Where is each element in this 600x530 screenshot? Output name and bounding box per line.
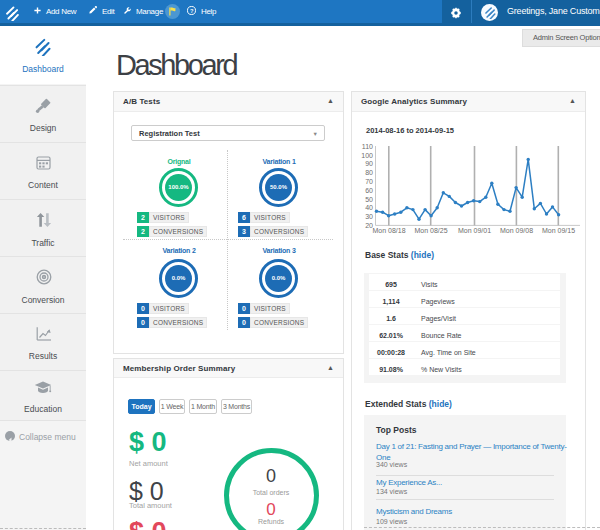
svg-text:30: 30 [365, 213, 373, 220]
svg-text:Mon 08/25: Mon 08/25 [414, 227, 447, 234]
svg-text:Mon 09/15: Mon 09/15 [542, 227, 575, 234]
svg-text:Mon 09/01: Mon 09/01 [458, 227, 491, 234]
svg-text:100: 100 [361, 152, 373, 159]
svg-text:90: 90 [365, 160, 373, 167]
svg-text:70: 70 [365, 178, 373, 185]
svg-text:110: 110 [362, 143, 373, 150]
svg-text:50: 50 [365, 196, 373, 203]
svg-text:60: 60 [365, 187, 373, 194]
svg-text:Mon 08/18: Mon 08/18 [372, 227, 405, 234]
svg-text:?: ? [190, 8, 194, 14]
svg-text:Mon 09/08: Mon 09/08 [500, 227, 533, 234]
svg-text:80: 80 [365, 169, 373, 176]
svg-text:40: 40 [365, 204, 373, 211]
